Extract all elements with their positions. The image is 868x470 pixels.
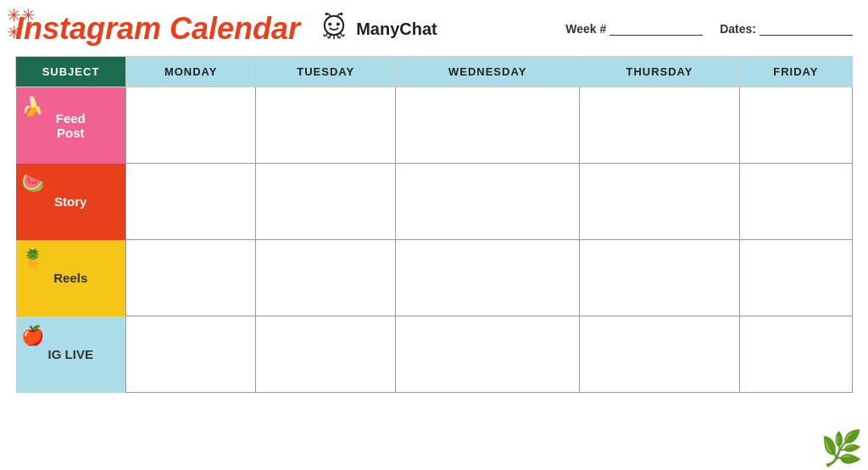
subject-iglive: 🍎IG LIVE bbox=[16, 316, 126, 393]
cell-story-thursday[interactable] bbox=[580, 164, 740, 240]
row-story: 🍉Story bbox=[16, 164, 853, 240]
dates-label: Dates: bbox=[720, 22, 756, 36]
col-header-monday: MONDAY bbox=[126, 57, 256, 87]
header: Instagram Calendar bbox=[15, 12, 853, 46]
emoji-reels: 🍍 bbox=[21, 249, 44, 271]
svg-point-1 bbox=[328, 22, 331, 25]
leaf-decoration: 🌿 bbox=[821, 431, 863, 465]
calendar-table: SUBJECT MONDAY TUESDAY WEDNESDAY THURSDA… bbox=[15, 56, 853, 393]
cell-reels-tuesday[interactable] bbox=[256, 240, 396, 316]
cell-iglive-wednesday[interactable] bbox=[396, 316, 580, 393]
subject-label-story: Story bbox=[54, 194, 86, 209]
col-header-subject: SUBJECT bbox=[16, 57, 126, 87]
emoji-feed: 🍌 bbox=[21, 96, 44, 118]
subject-reels: 🍍Reels bbox=[16, 240, 126, 316]
svg-point-4 bbox=[340, 13, 342, 15]
svg-point-3 bbox=[326, 13, 328, 15]
week-label: Week # bbox=[565, 22, 606, 36]
week-input-line[interactable] bbox=[609, 22, 703, 36]
subject-story: 🍉Story bbox=[16, 164, 126, 240]
header-row: SUBJECT MONDAY TUESDAY WEDNESDAY THURSDA… bbox=[16, 57, 853, 87]
cell-reels-thursday[interactable] bbox=[580, 240, 740, 316]
manychat-name: ManyChat bbox=[356, 20, 437, 39]
dates-field: Dates: bbox=[720, 22, 853, 36]
cell-feed-wednesday[interactable] bbox=[396, 87, 580, 164]
col-header-friday: FRIDAY bbox=[739, 57, 852, 87]
col-header-thursday: THURSDAY bbox=[580, 57, 740, 87]
cell-iglive-tuesday[interactable] bbox=[256, 316, 396, 393]
cell-reels-monday[interactable] bbox=[126, 240, 256, 316]
cell-iglive-friday[interactable] bbox=[739, 316, 852, 393]
svg-point-2 bbox=[337, 22, 340, 25]
cell-iglive-thursday[interactable] bbox=[580, 316, 740, 393]
cell-feed-thursday[interactable] bbox=[580, 87, 740, 164]
col-header-wednesday: WEDNESDAY bbox=[396, 57, 580, 87]
row-feed: 🍌Feed Post bbox=[16, 87, 853, 164]
col-header-tuesday: TUESDAY bbox=[256, 57, 396, 87]
header-fields: Week # Dates: bbox=[565, 22, 853, 36]
cell-story-wednesday[interactable] bbox=[396, 164, 580, 240]
cell-story-monday[interactable] bbox=[126, 164, 256, 240]
svg-point-0 bbox=[325, 16, 343, 35]
emoji-story: 🍉 bbox=[21, 172, 44, 194]
cell-iglive-monday[interactable] bbox=[126, 316, 256, 393]
cell-reels-wednesday[interactable] bbox=[396, 240, 580, 316]
cell-feed-monday[interactable] bbox=[126, 87, 256, 164]
manychat-logo: ManyChat bbox=[317, 12, 437, 46]
emoji-iglive: 🍎 bbox=[21, 325, 44, 347]
week-field: Week # bbox=[565, 22, 703, 36]
cell-feed-tuesday[interactable] bbox=[256, 87, 396, 164]
row-reels: 🍍Reels bbox=[16, 240, 853, 316]
subject-feed: 🍌Feed Post bbox=[16, 87, 126, 164]
subject-label-iglive: IG LIVE bbox=[48, 347, 93, 361]
dates-input-line[interactable] bbox=[760, 22, 853, 36]
cell-feed-friday[interactable] bbox=[739, 87, 852, 164]
page-title: Instagram Calendar bbox=[15, 14, 300, 44]
manychat-icon bbox=[317, 12, 351, 46]
row-iglive: 🍎IG LIVE bbox=[16, 316, 853, 393]
cell-story-friday[interactable] bbox=[739, 164, 852, 240]
subject-label-reels: Reels bbox=[53, 271, 87, 285]
page: ✳✳✳ Instagram Calendar bbox=[0, 0, 868, 470]
cell-story-tuesday[interactable] bbox=[256, 164, 396, 240]
subject-label-feed: Feed Post bbox=[56, 111, 86, 140]
cell-reels-friday[interactable] bbox=[739, 240, 852, 316]
